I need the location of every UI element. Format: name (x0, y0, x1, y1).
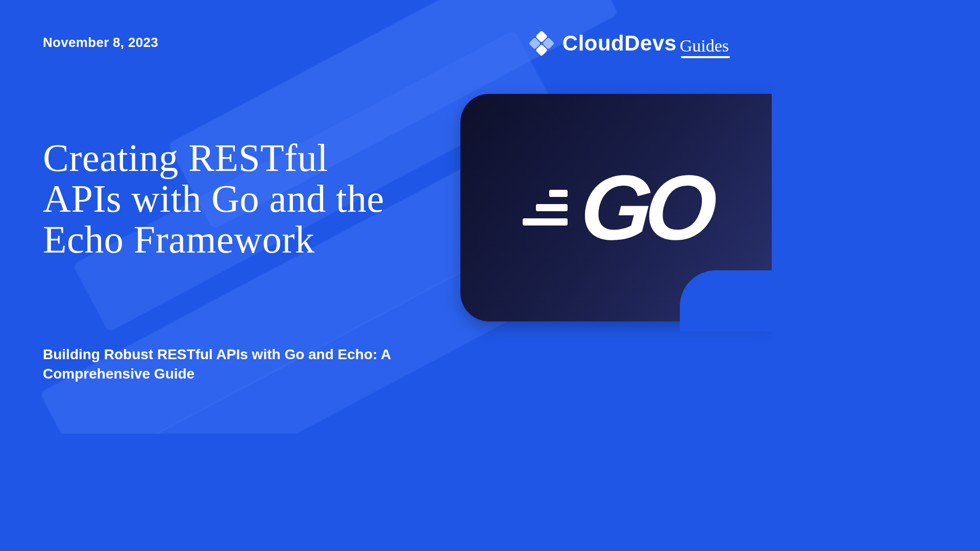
hero-card: GO (460, 94, 772, 321)
slide: November 8, 2023 CloudDevsGuides Creatin… (0, 0, 772, 434)
slide-subtitle: Building Robust RESTful APIs with Go and… (43, 345, 431, 384)
publish-date: November 8, 2023 (43, 35, 158, 51)
brand-lockup: CloudDevsGuides (528, 30, 729, 57)
clouddevs-logo-icon (528, 30, 555, 57)
go-logo: GO (523, 162, 709, 254)
slide-title: Creating RESTful APIs with Go and the Ec… (43, 138, 410, 260)
brand-name-main: CloudDevs (562, 31, 677, 55)
go-wordmark: GO (578, 162, 713, 254)
brand-name: CloudDevsGuides (562, 31, 729, 56)
brand-name-sub: Guides (680, 36, 729, 55)
speed-lines-icon (523, 190, 568, 226)
